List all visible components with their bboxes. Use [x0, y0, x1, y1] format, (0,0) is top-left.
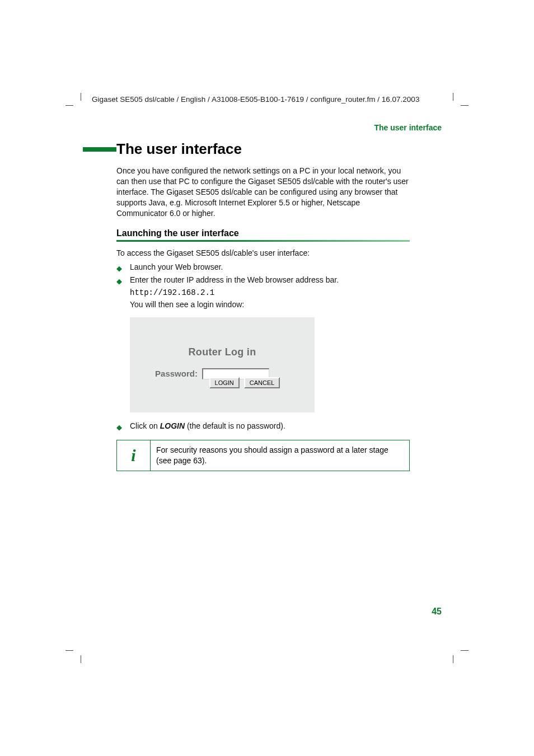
list-item-text: Launch your Web browser.: [130, 262, 223, 271]
info-icon: i: [131, 446, 135, 465]
intro-paragraph: Once you have configured the network set…: [116, 166, 410, 218]
click-pre: Click on: [130, 421, 160, 430]
click-line: Click on LOGIN (the default is no passwo…: [130, 421, 285, 430]
crop-mark: [81, 93, 81, 101]
list-item-text: Enter the router IP address in the Web b…: [130, 275, 339, 284]
crop-mark: [65, 650, 73, 651]
list-item: ◆ Enter the router IP address in the Web…: [116, 274, 410, 286]
password-label: Password:: [155, 369, 198, 378]
login-screenshot: Router Log in Password: LOGIN CANCEL: [130, 317, 315, 412]
page-title: The user interface: [116, 137, 410, 162]
diamond-bullet-icon: ◆: [116, 263, 122, 274]
cancel-button[interactable]: CANCEL: [244, 377, 280, 388]
login-dialog-title: Router Log in: [189, 346, 256, 358]
access-line: To access the Gigaset SE505 dsl/cable's …: [116, 247, 410, 259]
section-rule: [116, 240, 410, 242]
crop-mark: [65, 105, 73, 106]
click-post: (the default is no password).: [185, 421, 285, 430]
after-url-text: You will then see a login window:: [130, 299, 410, 311]
crop-mark: [81, 655, 81, 663]
info-note-box: i For security reasons you should assign…: [116, 440, 410, 471]
list-item: ◆ Click on LOGIN (the default is no pass…: [116, 420, 410, 432]
router-url: http://192.168.2.1: [130, 287, 410, 299]
instruction-list: ◆ Launch your Web browser. ◆ Enter the r…: [116, 261, 410, 286]
info-icon-cell: i: [117, 440, 151, 471]
diamond-bullet-icon: ◆: [116, 422, 122, 433]
login-button[interactable]: LOGIN: [209, 377, 240, 388]
login-buttons-row: LOGIN CANCEL: [152, 377, 337, 388]
running-header: The user interface: [374, 123, 442, 132]
instruction-list-2: ◆ Click on LOGIN (the default is no pass…: [116, 420, 410, 432]
crop-mark: [453, 93, 453, 101]
info-note-text: For security reasons you should assign a…: [151, 440, 409, 471]
page: Gigaset SE505 dsl/cable / English / A310…: [0, 0, 534, 756]
list-item: ◆ Launch your Web browser.: [116, 261, 410, 273]
login-word: LOGIN: [160, 421, 185, 430]
page-number: 45: [432, 607, 442, 617]
main-content: The user interface Once you have configu…: [116, 137, 410, 471]
crop-mark: [453, 655, 453, 663]
diamond-bullet-icon: ◆: [116, 276, 122, 287]
crop-mark: [461, 105, 469, 106]
section-heading: Launching the user interface: [116, 228, 410, 238]
document-header-path: Gigaset SE505 dsl/cable / English / A310…: [92, 95, 419, 104]
crop-mark: [461, 650, 469, 651]
title-accent-bar: [83, 147, 116, 152]
